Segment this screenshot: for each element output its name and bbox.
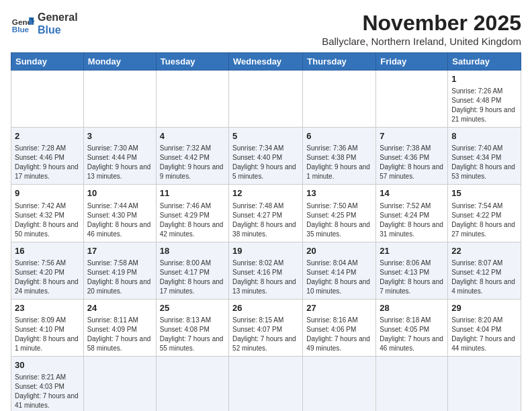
day-number: 26 [232,302,299,314]
calendar-cell [448,356,521,411]
day-number: 30 [15,359,80,371]
day-number: 9 [15,187,80,199]
calendar-cell: 29Sunrise: 8:20 AM Sunset: 4:04 PM Dayli… [448,299,521,356]
day-info: Sunrise: 8:07 AM Sunset: 4:12 PM Dayligh… [451,259,517,296]
col-header-tuesday: Tuesday [156,53,228,71]
day-number: 13 [306,187,372,199]
calendar-cell: 11Sunrise: 7:46 AM Sunset: 4:29 PM Dayli… [156,185,228,242]
svg-text:Blue: Blue [12,25,30,34]
day-info: Sunrise: 8:21 AM Sunset: 4:03 PM Dayligh… [15,373,80,410]
day-info: Sunrise: 8:18 AM Sunset: 4:05 PM Dayligh… [380,316,444,353]
col-header-friday: Friday [376,53,448,71]
day-info: Sunrise: 8:04 AM Sunset: 4:14 PM Dayligh… [306,259,372,296]
calendar-cell [376,71,448,128]
day-number: 28 [380,302,444,314]
calendar-cell: 5Sunrise: 7:34 AM Sunset: 4:40 PM Daylig… [229,128,303,185]
calendar-cell: 27Sunrise: 8:16 AM Sunset: 4:06 PM Dayli… [303,299,376,356]
day-info: Sunrise: 7:40 AM Sunset: 4:34 PM Dayligh… [451,144,517,181]
day-number: 7 [380,130,444,142]
calendar-cell: 1Sunrise: 7:26 AM Sunset: 4:48 PM Daylig… [448,71,521,128]
day-info: Sunrise: 8:13 AM Sunset: 4:08 PM Dayligh… [160,316,225,353]
day-info: Sunrise: 7:54 AM Sunset: 4:22 PM Dayligh… [451,201,517,239]
calendar-cell: 7Sunrise: 7:38 AM Sunset: 4:36 PM Daylig… [376,128,448,185]
col-header-sunday: Sunday [11,53,84,71]
calendar-cell: 25Sunrise: 8:13 AM Sunset: 4:08 PM Dayli… [156,299,228,356]
day-number: 14 [380,187,444,199]
day-info: Sunrise: 8:15 AM Sunset: 4:07 PM Dayligh… [232,316,299,353]
calendar-cell: 8Sunrise: 7:40 AM Sunset: 4:34 PM Daylig… [448,128,521,185]
day-info: Sunrise: 8:06 AM Sunset: 4:13 PM Dayligh… [380,259,444,296]
day-info: Sunrise: 7:52 AM Sunset: 4:24 PM Dayligh… [380,201,444,239]
day-number: 10 [87,187,152,199]
calendar-cell [83,356,156,411]
day-info: Sunrise: 7:46 AM Sunset: 4:29 PM Dayligh… [160,201,225,239]
page-header: General Blue General Blue November 2025 … [11,11,521,47]
day-info: Sunrise: 7:58 AM Sunset: 4:19 PM Dayligh… [87,259,152,296]
calendar-cell [376,356,448,411]
calendar-cell: 15Sunrise: 7:54 AM Sunset: 4:22 PM Dayli… [448,185,521,242]
day-number: 21 [380,245,444,257]
calendar-cell [83,71,156,128]
day-number: 1 [451,73,517,85]
logo-icon: General Blue [11,11,35,36]
day-info: Sunrise: 7:32 AM Sunset: 4:42 PM Dayligh… [160,144,225,181]
day-number: 2 [15,130,80,142]
day-info: Sunrise: 7:34 AM Sunset: 4:40 PM Dayligh… [232,144,299,181]
calendar-cell [156,71,228,128]
calendar-cell: 2Sunrise: 7:28 AM Sunset: 4:46 PM Daylig… [11,128,84,185]
calendar-cell: 16Sunrise: 7:56 AM Sunset: 4:20 PM Dayli… [11,242,84,299]
day-info: Sunrise: 7:28 AM Sunset: 4:46 PM Dayligh… [15,144,80,181]
calendar-cell: 3Sunrise: 7:30 AM Sunset: 4:44 PM Daylig… [83,128,156,185]
day-number: 17 [87,245,152,257]
calendar-cell [303,356,376,411]
day-number: 15 [451,187,517,199]
day-number: 19 [232,245,299,257]
day-number: 6 [306,130,372,142]
day-info: Sunrise: 8:16 AM Sunset: 4:06 PM Dayligh… [306,316,372,353]
day-number: 27 [306,302,372,314]
col-header-monday: Monday [83,53,156,71]
calendar-cell: 12Sunrise: 7:48 AM Sunset: 4:27 PM Dayli… [229,185,303,242]
calendar-cell [303,71,376,128]
day-number: 12 [232,187,299,199]
day-number: 16 [15,245,80,257]
calendar-cell: 24Sunrise: 8:11 AM Sunset: 4:09 PM Dayli… [83,299,156,356]
day-info: Sunrise: 7:38 AM Sunset: 4:36 PM Dayligh… [380,144,444,181]
logo: General Blue General Blue [11,11,78,36]
logo-general-text: General [38,11,78,23]
day-number: 11 [160,187,225,199]
day-number: 4 [160,130,225,142]
calendar-cell: 30Sunrise: 8:21 AM Sunset: 4:03 PM Dayli… [11,356,84,411]
day-number: 5 [232,130,299,142]
title-area: November 2025 Ballyclare, Northern Irela… [322,11,521,47]
calendar-cell: 4Sunrise: 7:32 AM Sunset: 4:42 PM Daylig… [156,128,228,185]
day-number: 22 [451,245,517,257]
calendar-cell: 19Sunrise: 8:02 AM Sunset: 4:16 PM Dayli… [229,242,303,299]
calendar-cell [229,71,303,128]
day-number: 8 [451,130,517,142]
day-info: Sunrise: 7:44 AM Sunset: 4:30 PM Dayligh… [87,201,152,239]
calendar-cell: 14Sunrise: 7:52 AM Sunset: 4:24 PM Dayli… [376,185,448,242]
calendar-cell: 20Sunrise: 8:04 AM Sunset: 4:14 PM Dayli… [303,242,376,299]
calendar-cell: 23Sunrise: 8:09 AM Sunset: 4:10 PM Dayli… [11,299,84,356]
day-number: 29 [451,302,517,314]
day-info: Sunrise: 8:09 AM Sunset: 4:10 PM Dayligh… [15,316,80,353]
day-info: Sunrise: 7:42 AM Sunset: 4:32 PM Dayligh… [15,201,80,239]
day-number: 24 [87,302,152,314]
col-header-wednesday: Wednesday [229,53,303,71]
day-number: 23 [15,302,80,314]
day-info: Sunrise: 7:36 AM Sunset: 4:38 PM Dayligh… [306,144,372,181]
day-info: Sunrise: 8:20 AM Sunset: 4:04 PM Dayligh… [451,316,517,353]
calendar-cell: 21Sunrise: 8:06 AM Sunset: 4:13 PM Dayli… [376,242,448,299]
logo-blue-text: Blue [38,24,61,36]
calendar-cell: 10Sunrise: 7:44 AM Sunset: 4:30 PM Dayli… [83,185,156,242]
calendar-cell: 13Sunrise: 7:50 AM Sunset: 4:25 PM Dayli… [303,185,376,242]
day-info: Sunrise: 7:26 AM Sunset: 4:48 PM Dayligh… [451,87,517,124]
calendar-cell [11,71,84,128]
day-info: Sunrise: 7:50 AM Sunset: 4:25 PM Dayligh… [306,201,372,239]
calendar-cell: 6Sunrise: 7:36 AM Sunset: 4:38 PM Daylig… [303,128,376,185]
day-number: 18 [160,245,225,257]
calendar-cell: 22Sunrise: 8:07 AM Sunset: 4:12 PM Dayli… [448,242,521,299]
calendar-cell: 9Sunrise: 7:42 AM Sunset: 4:32 PM Daylig… [11,185,84,242]
day-info: Sunrise: 8:00 AM Sunset: 4:17 PM Dayligh… [160,259,225,296]
